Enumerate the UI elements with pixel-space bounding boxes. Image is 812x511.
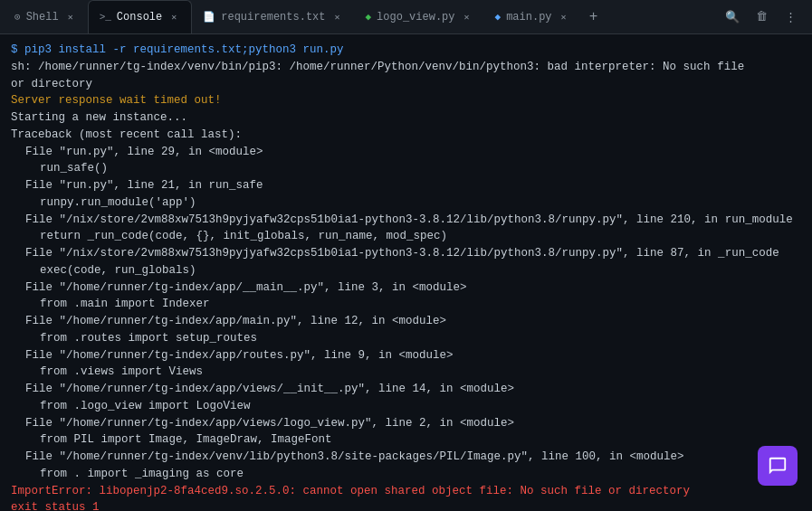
tab-requirements-close[interactable]: ✕	[330, 11, 343, 24]
add-tab-button[interactable]: +	[581, 5, 607, 30]
tab-logo-view-label: logo_view.py	[377, 11, 454, 24]
terminal-line-11: File "/nix/store/2vm88xw7513h9pyjyafw32c…	[11, 245, 801, 262]
tab-logo-view-close[interactable]: ✕	[461, 11, 473, 24]
terminal-line-3: Starting a new instance...	[11, 109, 801, 127]
tab-shell[interactable]: ⊙ Shell ✕	[4, 0, 88, 33]
search-button[interactable]: 🔍	[721, 6, 743, 28]
terminal-line-15: File "/home/runner/tg-index/app/main.py"…	[11, 313, 801, 330]
terminal-line-6: run_safe()	[11, 160, 801, 177]
tab-bar-actions: 🔍 🗑 ⋮	[721, 6, 808, 28]
terminal-line-18: from .views import Views	[11, 364, 801, 381]
terminal-line-16: from .routes import setup_routes	[11, 330, 801, 347]
chat-button[interactable]	[758, 446, 798, 486]
shell-icon: ⊙	[14, 11, 21, 23]
tab-console[interactable]: >_ Console ✕	[88, 0, 193, 33]
terminal-line-22: from PIL import Image, ImageDraw, ImageF…	[11, 431, 801, 449]
terminal-line-17: File "/home/runner/tg-index/app/routes.p…	[11, 347, 801, 364]
terminal-line-23: File "/home/runner/tg-index/venv/lib/pyt…	[11, 449, 801, 466]
tab-shell-close[interactable]: ✕	[64, 11, 77, 24]
chat-icon	[768, 456, 788, 476]
terminal-line-10: return _run_code(code, {}, init_globals,…	[11, 228, 801, 245]
terminal-line-0: $ pip3 install -r requirements.txt;pytho…	[11, 42, 801, 59]
terminal-line-21: File "/home/runner/tg-index/app/views/lo…	[11, 415, 801, 432]
trash-button[interactable]: 🗑	[750, 6, 772, 28]
terminal-line-12: exec(code, run_globals)	[11, 262, 801, 279]
terminal-line-13: File "/home/runner/tg-index/app/__main__…	[11, 279, 801, 297]
requirements-icon: 📄	[203, 11, 215, 23]
logo-view-icon: ◆	[365, 11, 371, 23]
tab-console-close[interactable]: ✕	[167, 11, 180, 24]
terminal-line-26: exit status 1	[11, 499, 801, 511]
terminal-line-7: File "run.py", line 21, in run_safe	[11, 177, 801, 194]
terminal-line-1: sh: /home/runner/tg-index/venv/bin/pip3:…	[11, 59, 801, 93]
tab-logo-view[interactable]: ◆ logo_view.py ✕	[354, 0, 483, 33]
terminal-output: $ pip3 install -r requirements.txt;pytho…	[0, 34, 812, 511]
tab-main-py-close[interactable]: ✕	[558, 11, 570, 24]
main-py-icon: ◆	[495, 11, 502, 23]
terminal-line-19: File "/home/runner/tg-index/app/views/__…	[11, 381, 801, 398]
terminal-line-8: runpy.run_module('app')	[11, 194, 801, 212]
tab-console-label: Console	[117, 11, 162, 24]
terminal-line-2: Server response wait timed out!	[11, 92, 801, 109]
terminal-line-24: from . import _imaging as core	[11, 466, 801, 483]
terminal-line-4: Traceback (most recent call last):	[11, 127, 801, 144]
tab-main-py[interactable]: ◆ main.py ✕	[484, 0, 581, 33]
tab-shell-label: Shell	[26, 11, 59, 24]
tab-requirements-label: requirements.txt	[221, 11, 325, 24]
tab-requirements[interactable]: 📄 requirements.txt ✕	[192, 0, 354, 33]
console-icon: >_	[100, 12, 111, 23]
more-button[interactable]: ⋮	[779, 6, 801, 28]
terminal-line-25: ImportError: libopenjp2-8fa4ced9.so.2.5.…	[11, 483, 801, 500]
tab-bar: ⊙ Shell ✕ >_ Console ✕ 📄 requirements.tx…	[0, 0, 812, 34]
terminal-line-5: File "run.py", line 29, in <module>	[11, 144, 801, 161]
terminal-line-9: File "/nix/store/2vm88xw7513h9pyjyafw32c…	[11, 212, 801, 229]
tab-main-py-label: main.py	[506, 11, 551, 24]
terminal-line-14: from .main import Indexer	[11, 296, 801, 313]
terminal-line-20: from .logo_view import LogoView	[11, 398, 801, 415]
